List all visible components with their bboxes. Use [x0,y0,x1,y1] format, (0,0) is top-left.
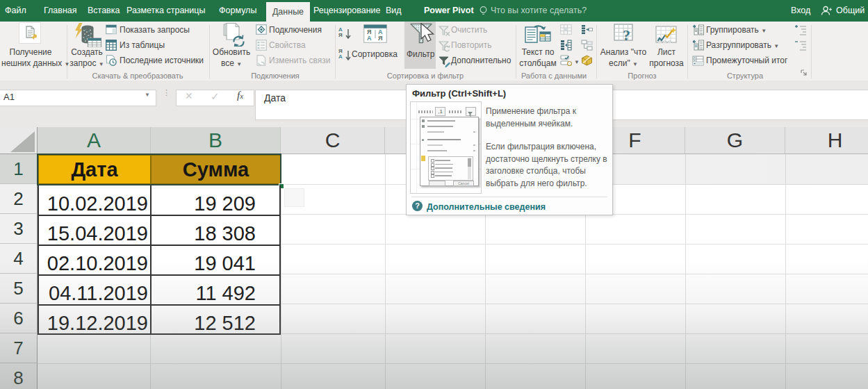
svg-text:?: ? [623,26,630,43]
svg-text:А: А [367,35,372,42]
svg-text:Я: Я [378,35,382,42]
